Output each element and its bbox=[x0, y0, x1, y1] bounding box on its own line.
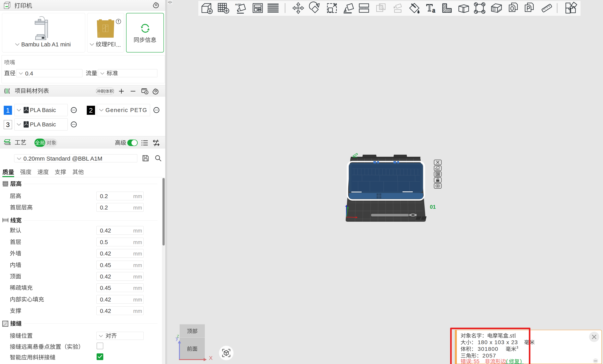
svg-text:01: 01 bbox=[430, 204, 436, 210]
svg-text:Bambu: Bambu bbox=[98, 32, 100, 37]
svg-text:a: a bbox=[432, 7, 435, 14]
svg-text:T: T bbox=[426, 2, 433, 13]
